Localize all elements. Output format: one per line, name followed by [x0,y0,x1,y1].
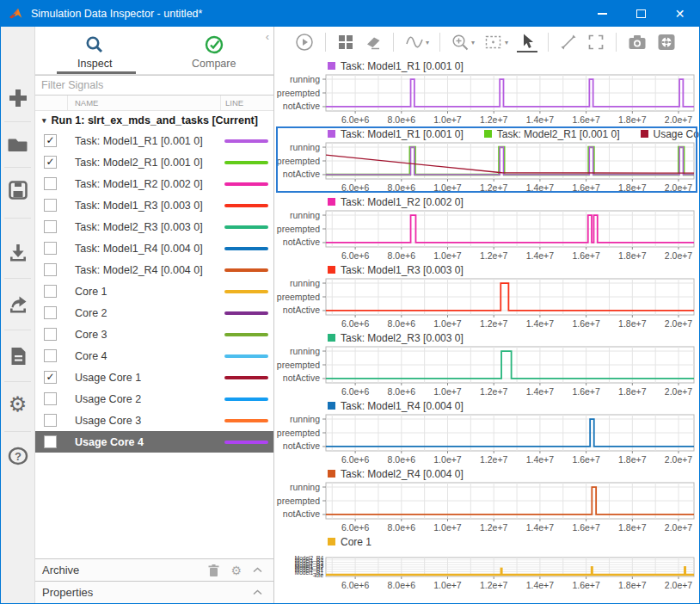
subplot-task-model1-r1[interactable]: Task: Model1_R1 [0.001 0]runningpreempte… [274,58,699,126]
maximize-button[interactable] [622,1,660,27]
signal-checkbox[interactable] [44,242,57,255]
subplot-task-model2-r3[interactable]: Task: Model2_R3 [0.003 0]runningpreempte… [274,330,699,398]
signal-row[interactable]: Task: Model2_R4 [0.004 0] [35,259,273,280]
svg-text:6.0e+6: 6.0e+6 [341,454,370,465]
close-button[interactable]: ✕ [660,1,699,27]
signal-line-swatch[interactable] [224,225,268,229]
signal-checkbox[interactable] [44,177,57,190]
preferences-button[interactable]: ⚙ [1,393,34,416]
signal-checkbox[interactable] [44,199,57,212]
plot-area: Task: Model1_R1 [0.001 0]runningpreempte… [274,58,699,603]
signal-row[interactable]: ✓Usage Core 1 [35,367,273,388]
run-expander-icon[interactable]: ▾ [42,116,46,125]
snapshot-button[interactable] [627,33,648,52]
signal-line-swatch[interactable] [224,333,268,336]
signal-line-swatch[interactable] [224,204,268,207]
signal-checkbox[interactable]: ✓ [44,156,57,169]
signal-line-swatch[interactable] [224,182,268,186]
add-button[interactable] [1,87,34,109]
signal-row[interactable]: Core 4 [35,345,273,367]
signal-line-swatch[interactable] [224,354,268,358]
archive-bar[interactable]: Archive ⚙ [35,558,273,581]
signal-row[interactable]: Task: Model1_R3 [0.003 0] [35,194,273,216]
signal-row[interactable]: Task: Model1_R4 [0.004 0] [35,237,273,259]
maximize-plot-button[interactable] [586,33,605,52]
signal-row[interactable]: ✓Task: Model2_R1 [0.001 0] [35,151,273,173]
archive-collapse-button[interactable] [253,567,262,573]
subplot-layout-button[interactable] [336,33,355,52]
open-button[interactable] [1,133,34,156]
subplot-canvas[interactable]: Model2_R4Model1_R4Model2_R3Model1_R3Mode… [274,549,700,603]
maximize-icon [636,9,646,18]
signal-line-swatch[interactable] [224,139,268,143]
archive-settings-button[interactable]: ⚙ [230,564,242,576]
tab-compare[interactable]: Compare [155,27,274,74]
subplot-task-model2-r4[interactable]: Task: Model2_R4 [0.004 0]runningpreempte… [274,465,699,533]
signal-row[interactable]: Core 1 [35,280,273,302]
signal-row[interactable]: Task: Model2_R3 [0.003 0] [35,216,273,237]
signal-checkbox[interactable] [44,435,57,448]
signal-checkbox[interactable]: ✓ [44,371,57,384]
replay-button[interactable] [294,32,315,52]
subplot-canvas[interactable]: runningpreemptednotActive6.0e+68.0e+61.0… [274,277,700,330]
signal-checkbox[interactable] [44,285,57,298]
subplot-canvas[interactable]: runningpreemptednotActive6.0e+68.0e+61.0… [274,141,700,194]
signal-row[interactable]: ✓Task: Model1_R1 [0.001 0] [35,130,273,151]
subplot-task-r1-compare-usage[interactable]: Task: Model1_R1 [0.001 0]Task: Model2_R1… [274,126,699,194]
subplot-canvas[interactable]: runningpreemptednotActive6.0e+68.0e+61.0… [274,73,700,126]
signal-style-button[interactable]: ▾ [404,33,429,52]
signal-line-swatch[interactable] [224,441,268,444]
minimize-button[interactable] [583,1,622,27]
subplot-canvas[interactable]: runningpreemptednotActive6.0e+68.0e+61.0… [274,345,700,398]
signal-line-swatch[interactable] [224,161,268,164]
help-button[interactable]: ? [1,445,34,467]
report-button[interactable] [1,345,34,367]
signal-row[interactable]: Usage Core 3 [35,410,273,431]
properties-collapse-button[interactable] [253,589,262,595]
signal-checkbox[interactable] [44,349,57,362]
signal-checkbox[interactable] [44,306,57,319]
signal-checkbox[interactable] [44,220,57,233]
pan-button[interactable] [559,33,578,52]
signal-row[interactable]: Task: Model1_R2 [0.002 0] [35,173,273,194]
signal-checkbox[interactable] [44,414,57,427]
subplot-canvas[interactable]: runningpreemptednotActive6.0e+68.0e+61.0… [274,413,700,465]
signal-line-swatch[interactable] [224,247,268,250]
tab-inspect[interactable]: Inspect [35,27,155,74]
signal-line-swatch[interactable] [224,398,268,401]
run-row[interactable]: ▾ Run 1: slrt_ex_mds_and_tasks [Current] [35,111,273,130]
signal-line-swatch[interactable] [224,311,268,315]
fit-to-view-button[interactable]: ▾ [483,33,508,52]
plot-settings-button[interactable] [656,33,677,52]
signal-checkbox[interactable] [44,392,57,405]
subplot-task-model1-r2[interactable]: Task: Model1_R2 [0.002 0]runningpreempte… [274,194,699,262]
subplot-task-model1-r4[interactable]: Task: Model1_R4 [0.004 0]runningpreempte… [274,398,699,465]
signal-row[interactable]: Core 3 [35,324,273,345]
subplot-canvas[interactable]: runningpreemptednotActive6.0e+68.0e+61.0… [274,481,700,533]
export-button[interactable] [1,293,34,316]
archive-trash-button[interactable] [208,564,219,576]
subplot-task-model1-r3[interactable]: Task: Model1_R3 [0.003 0]runningpreempte… [274,262,699,330]
signal-line-swatch[interactable] [224,419,268,422]
import-button[interactable] [1,242,34,264]
pointer-tool-button[interactable] [517,33,537,52]
clear-subplots-button[interactable] [364,33,383,52]
subplot-canvas[interactable]: runningpreemptednotActive6.0e+68.0e+61.0… [274,209,700,262]
signal-row[interactable]: Core 2 [35,302,273,324]
properties-bar[interactable]: Properties [35,581,273,603]
signal-row[interactable]: Usage Core 2 [35,388,273,410]
filter-signals-input[interactable] [35,75,273,96]
signal-line-swatch[interactable] [224,268,268,272]
signal-checkbox[interactable] [44,263,57,276]
archive-label: Archive [35,564,208,576]
signal-checkbox[interactable]: ✓ [44,134,57,147]
signal-line-swatch[interactable] [224,290,268,293]
collapse-panel-chevron-icon[interactable]: ‹ [266,30,269,43]
zoom-button[interactable]: ▾ [451,33,475,52]
signal-line-swatch[interactable] [224,376,268,379]
legend-item: Usage Core 1 [641,128,699,140]
signal-checkbox[interactable] [44,328,57,341]
save-button[interactable] [1,179,34,201]
signal-row[interactable]: Usage Core 4 [35,431,273,453]
subplot-core-1[interactable]: Core 1Model2_R4Model1_R4Model2_R3Model1_… [274,533,699,603]
